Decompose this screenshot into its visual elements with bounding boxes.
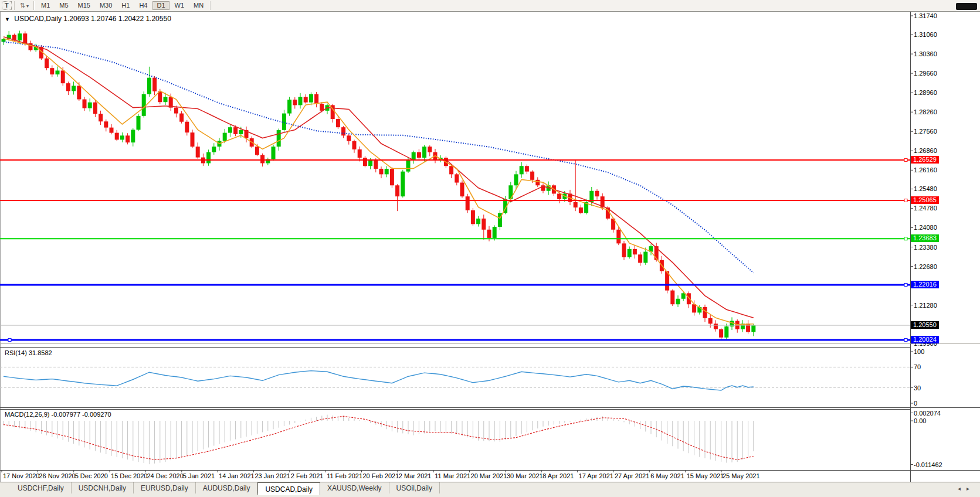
price-axis-label: 1.22680 (914, 263, 937, 270)
date-axis-label: 11 Feb 2021 (327, 472, 362, 479)
date-axis-label: 8 Apr 2021 (542, 472, 574, 479)
chart-canvas[interactable] (0, 0, 980, 497)
timeframe-button-h4[interactable]: H4 (135, 1, 151, 10)
symbol-tab-eurusd[interactable]: EURUSD,Daily (134, 482, 196, 493)
macd-signal-line (4, 416, 754, 459)
price-badge-1.20550: 1.20550 (911, 321, 939, 329)
date-axis-label: 30 Mar 2021 (507, 472, 543, 479)
price-axis-label: 1.23380 (914, 244, 937, 251)
date-axis-label: 5 Jan 2021 (183, 472, 215, 479)
hline-handle (904, 283, 907, 286)
sort-arrows-icon: ⇅ (20, 2, 25, 9)
timeframe-button-h1[interactable]: H1 (117, 1, 134, 10)
symbol-tab-usoil[interactable]: USOil,Daily (389, 482, 440, 493)
timeframe-button-m30[interactable]: M30 (96, 1, 116, 10)
price-axis-label: 1.30360 (914, 50, 937, 57)
chevron-down-icon: ▾ (26, 4, 29, 9)
date-axis-label: 27 Apr 2021 (615, 472, 649, 479)
macd-axis-label: 0.002074 (914, 410, 941, 417)
rsi-axis-label: 70 (914, 363, 921, 370)
hline-handle (904, 237, 907, 240)
chart-ohlc-values: 1.20693 1.20746 1.20422 1.20550 (63, 15, 171, 23)
symbol-tab-usdcnh[interactable]: USDCNH,Daily (72, 482, 134, 493)
timeframe-button-m5[interactable]: M5 (55, 1, 72, 10)
price-axis-label: 1.26160 (914, 166, 937, 173)
chart-symbol-label: USDCAD,Daily (14, 15, 62, 23)
price-badge-1.20024: 1.20024 (911, 336, 939, 343)
price-axis-label: 1.27560 (914, 128, 937, 135)
rsi-indicator-label: RSI(14) 31.8582 (5, 349, 52, 356)
timeframe-button-mn[interactable]: MN (189, 1, 208, 10)
macd-axis-label: 0.00 (914, 417, 926, 424)
date-axis-label: 14 Jan 2021 (219, 472, 255, 479)
price-axis-label: 1.21280 (914, 302, 937, 309)
price-axis-label: 1.31740 (914, 12, 937, 19)
macd-axis-label: -0.011462 (914, 461, 942, 468)
symbol-tab-usdcad[interactable]: USDCAD,Daily (257, 482, 320, 495)
price-axis-label: 1.24080 (914, 224, 937, 231)
price-axis-label: 1.24780 (914, 205, 937, 212)
timeframe-button-group: M1M5M15M30H1H4D1W1MN (36, 1, 208, 11)
date-axis-label: 2 Mar 2021 (399, 472, 432, 479)
collapse-triangle-icon[interactable]: ▼ (5, 16, 10, 22)
window-corner-dark-box (956, 3, 977, 10)
price-axis-label: 1.28260 (914, 108, 937, 115)
tab-scroll-right-icon[interactable]: ▸ (967, 485, 975, 492)
date-axis-label: 24 Dec 2020 (147, 472, 183, 479)
rsi-axis-label: 30 (914, 384, 921, 392)
toolbar-separator (14, 1, 15, 10)
date-axis-label: 17 Apr 2021 (579, 472, 613, 479)
timeframe-button-d1[interactable]: D1 (152, 1, 169, 10)
rsi-axis-label: 100 (914, 348, 924, 355)
price-axis-label: 1.26860 (914, 147, 937, 154)
date-axis-label: 6 May 2021 (650, 472, 684, 479)
macd-indicator-label: MACD(12,26,9) -0.007977 -0.009270 (5, 411, 111, 418)
date-axis-label: 15 Dec 2020 (111, 472, 147, 479)
price-badge-1.25065: 1.25065 (911, 196, 939, 204)
timeframe-button-m1[interactable]: M1 (37, 1, 54, 10)
date-axis-label: 25 May 2021 (723, 472, 760, 479)
date-axis-label: 23 Jan 2021 (255, 472, 290, 479)
symbol-tab-bar: USDCHF,DailyUSDCNH,DailyEURUSD,DailyAUDU… (0, 482, 980, 497)
price-badge-1.26529: 1.26529 (911, 156, 939, 164)
tab-scroll-left-icon[interactable]: ◂ (958, 485, 967, 492)
hline-handle (904, 199, 907, 202)
date-axis-label: 11 Mar 2021 (435, 472, 470, 479)
symbol-tab-usdchf[interactable]: USDCHF,Daily (11, 482, 72, 493)
arrange-indicators-button[interactable]: ⇅▾ (18, 1, 31, 10)
toolbar-separator (33, 1, 35, 10)
toolbar: T ⇅▾ M1M5M15M30H1H4D1W1MN (0, 0, 980, 12)
price-axis-label: 1.28960 (914, 89, 937, 96)
date-axis-label: 20 Mar 2021 (471, 472, 507, 479)
candlestick-series (2, 30, 756, 340)
hline-handle (8, 338, 11, 341)
hline-handle (904, 338, 907, 341)
toolbar-separator (210, 1, 211, 10)
timeframe-button-w1[interactable]: W1 (171, 1, 189, 10)
rsi-axis-label: 0 (914, 400, 917, 407)
rsi-line (4, 371, 754, 390)
price-badge-1.23683: 1.23683 (911, 234, 939, 242)
price-axis-label: 1.25480 (914, 185, 937, 192)
mt4-chart-window: T ⇅▾ M1M5M15M30H1H4D1W1MN ▼ USDCAD,Daily… (0, 0, 980, 497)
date-axis-label: 5 Dec 2020 (75, 472, 108, 479)
date-axis-label: 15 May 2021 (687, 472, 724, 479)
price-axis-label: 1.31060 (914, 31, 937, 38)
ma-fast-orange (4, 39, 754, 325)
date-axis-label: 26 Nov 2020 (39, 472, 75, 479)
timeframe-button-m15[interactable]: M15 (74, 1, 94, 10)
hline-handle (904, 158, 907, 161)
date-axis-label: 17 Nov 2020 (3, 472, 39, 479)
price-axis-label: 1.29660 (914, 70, 937, 77)
symbol-tab-xauusd[interactable]: XAUUSD,Weekly (320, 482, 389, 493)
date-axis-label: 20 Feb 2021 (363, 472, 399, 479)
ma-mid-red (4, 37, 754, 318)
price-badge-1.22016: 1.22016 (911, 281, 939, 288)
date-axis-label: 2 Feb 2021 (291, 472, 324, 479)
chart-title: ▼ USDCAD,Daily 1.20693 1.20746 1.20422 1… (5, 15, 171, 23)
symbol-tab-audusd[interactable]: AUDUSD,Daily (196, 482, 258, 493)
text-tool-button[interactable]: T (2, 1, 12, 10)
